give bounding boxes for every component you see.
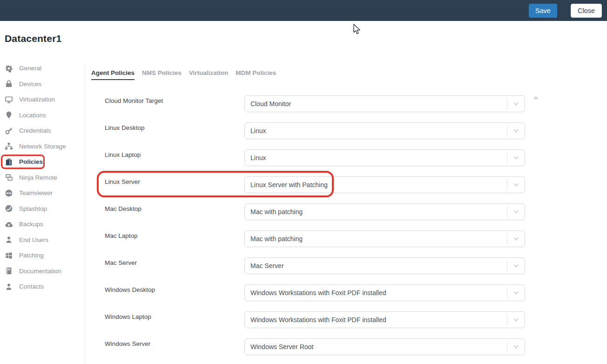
policy-select-windows-desktop[interactable]: Windows Workstations with Foxit PDF inst… xyxy=(244,284,525,301)
mouse-cursor xyxy=(352,24,363,35)
sidebar-item-end-users[interactable]: End Users xyxy=(0,232,85,248)
cloud-upload-icon xyxy=(5,220,13,229)
scroll-up-arrow[interactable] xyxy=(533,96,539,99)
sidebar-item-backups[interactable]: Backups xyxy=(0,216,85,232)
sidebar-item-contacts[interactable]: Contacts xyxy=(0,279,85,295)
sidebar-item-label: Virtualization xyxy=(19,96,55,103)
sidebar-item-devices[interactable]: Devices xyxy=(0,76,85,92)
sidebar-item-locations[interactable]: Locations xyxy=(0,108,85,123)
policy-select-mac-server[interactable]: Mac Server xyxy=(244,257,525,274)
sidebar-item-policies[interactable]: Policies xyxy=(0,154,85,170)
tab-nms-policies[interactable]: NMS Policies xyxy=(142,69,182,80)
policy-row-label: Mac Laptop xyxy=(105,232,138,239)
policy-select-value: Windows Workstations with Foxit PDF inst… xyxy=(245,316,386,324)
policy-row-linux-server: Linux Server Linux Server with Patching xyxy=(105,176,526,203)
select-divider xyxy=(507,261,507,271)
chevron-down-icon xyxy=(511,288,521,298)
select-divider xyxy=(507,153,507,163)
sidebar-item-label: Splashtop xyxy=(19,205,47,212)
sidebar-item-credentials[interactable]: Credentials xyxy=(0,123,85,139)
policy-row-label: Linux Server xyxy=(105,178,140,185)
policy-select-mac-desktop[interactable]: Mac with patching xyxy=(244,203,525,220)
policy-select-value: Cloud Monitor xyxy=(245,100,291,108)
select-divider xyxy=(507,126,507,136)
select-divider xyxy=(507,288,507,298)
sidebar-item-label: Devices xyxy=(19,81,41,88)
sidebar-item-documentation[interactable]: Documentation xyxy=(0,263,85,279)
policy-select-linux-desktop[interactable]: Linux xyxy=(244,122,525,139)
chevron-down-icon xyxy=(511,180,521,190)
select-divider xyxy=(507,234,507,244)
key-icon xyxy=(5,127,13,135)
save-button[interactable]: Save xyxy=(529,4,557,18)
policy-select-value: Windows Workstations with Foxit PDF inst… xyxy=(245,289,386,297)
policy-select-windows-server[interactable]: Windows Server Root xyxy=(244,338,525,355)
sidebar-item-label: Network Storage xyxy=(19,143,66,150)
policy-select-value: Linux xyxy=(245,127,266,135)
policy-row-label: Windows Desktop xyxy=(105,286,155,293)
gear-icon xyxy=(5,64,13,73)
close-button[interactable]: Close xyxy=(571,4,602,18)
sidebar-item-virtualization[interactable]: Virtualization xyxy=(0,92,85,108)
sidebar-item-general[interactable]: General xyxy=(0,61,85,76)
policy-select-value: Mac with patching xyxy=(245,208,303,216)
policy-row-cloud-monitor-target: Cloud Monitor Target Cloud Monitor xyxy=(105,95,526,122)
policy-select-cloud-monitor-target[interactable]: Cloud Monitor xyxy=(244,95,525,112)
policy-select-value: Linux Server with Patching xyxy=(245,181,328,189)
select-divider xyxy=(507,315,507,325)
chevron-down-icon xyxy=(511,99,521,109)
policy-row-label: Mac Server xyxy=(105,259,137,266)
top-bar: Save Close xyxy=(0,0,607,21)
select-divider xyxy=(507,99,507,109)
sidebar-item-patching[interactable]: Patching xyxy=(0,248,85,263)
sidebar-item-label: Locations xyxy=(19,112,46,119)
policy-row-mac-desktop: Mac Desktop Mac with patching xyxy=(105,203,526,230)
tab-virtualization[interactable]: Virtualization xyxy=(189,69,229,80)
tab-mdm-policies[interactable]: MDM Policies xyxy=(236,69,276,80)
windows-icon xyxy=(5,251,13,260)
policy-row-mac-laptop: Mac Laptop Mac with patching xyxy=(105,230,526,257)
policy-select-value: Linux xyxy=(245,154,266,162)
select-divider xyxy=(507,207,507,217)
sidebar-item-label: End Users xyxy=(19,236,48,243)
sidebar-item-label: Credentials xyxy=(19,127,51,134)
sidebar-item-splashtop[interactable]: Splashtop xyxy=(0,201,85,217)
chevron-down-icon xyxy=(511,315,521,325)
teamviewer-icon xyxy=(5,189,13,197)
policy-select-mac-laptop[interactable]: Mac with patching xyxy=(244,230,525,247)
chevron-down-icon xyxy=(511,261,521,271)
sidebar-item-teamviewer[interactable]: Teamviewer xyxy=(0,185,85,201)
policy-select-linux-laptop[interactable]: Linux xyxy=(244,149,525,166)
policy-row-windows-desktop: Windows Desktop Windows Workstations wit… xyxy=(105,284,526,311)
book-icon xyxy=(5,267,13,275)
sidebar-divider xyxy=(85,64,85,364)
sidebar: General Devices Virtualization Locations… xyxy=(0,61,85,295)
policy-row-label: Linux Laptop xyxy=(105,151,141,158)
splashtop-icon xyxy=(5,204,13,213)
policy-select-windows-laptop[interactable]: Windows Workstations with Foxit PDF inst… xyxy=(244,311,525,328)
sidebar-item-network-storage[interactable]: Network Storage xyxy=(0,139,85,155)
chevron-down-icon xyxy=(511,342,521,352)
tab-bar: Agent PoliciesNMS PoliciesVirtualization… xyxy=(91,69,276,80)
policy-select-value: Mac with patching xyxy=(245,235,303,243)
briefcase-icon xyxy=(5,158,13,166)
sidebar-item-ninja-remote[interactable]: Ninja Remote xyxy=(0,170,85,186)
location-pin-icon xyxy=(5,111,13,119)
policy-select-value: Mac Server xyxy=(245,262,284,270)
policy-row-windows-laptop: Windows Laptop Windows Workstations with… xyxy=(105,311,526,338)
select-divider xyxy=(507,180,507,190)
policy-row-linux-desktop: Linux Desktop Linux xyxy=(105,122,526,149)
tab-agent-policies[interactable]: Agent Policies xyxy=(91,69,135,80)
sidebar-item-label: Documentation xyxy=(19,268,61,275)
policy-form: Cloud Monitor Target Cloud Monitor Linux… xyxy=(105,95,526,364)
sidebar-item-label: Backups xyxy=(19,221,43,228)
policy-row-windows-server: Windows Server Windows Server Root xyxy=(105,338,526,364)
policy-row-label: Cloud Monitor Target xyxy=(105,97,163,104)
policy-select-value: Windows Server Root xyxy=(245,343,313,351)
policy-row-label: Windows Server xyxy=(105,340,150,347)
policy-select-linux-server[interactable]: Linux Server with Patching xyxy=(244,176,525,193)
chevron-down-icon xyxy=(511,207,521,217)
policy-row-label: Linux Desktop xyxy=(105,124,145,131)
chevron-down-icon xyxy=(511,153,521,163)
sidebar-item-label: General xyxy=(19,65,41,72)
